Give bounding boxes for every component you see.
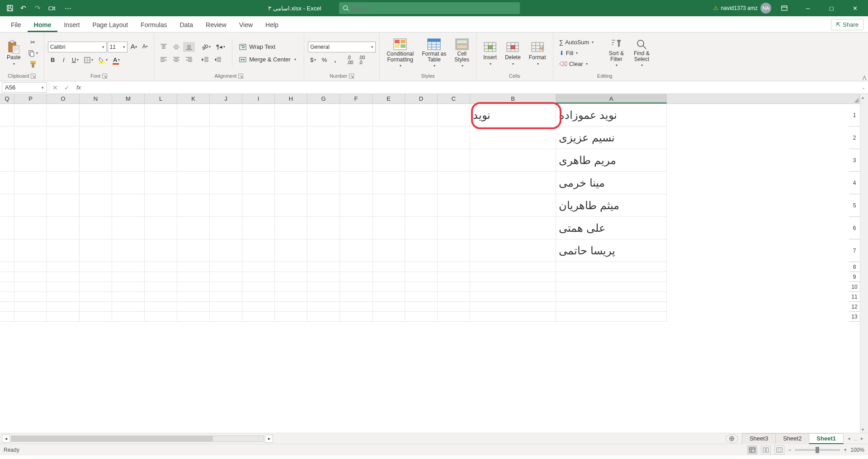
- underline-button[interactable]: U▾: [70, 55, 81, 65]
- cell[interactable]: [275, 172, 307, 194]
- column-header-Q[interactable]: Q: [0, 94, 14, 103]
- cell[interactable]: [145, 262, 177, 272]
- cell[interactable]: [47, 217, 80, 239]
- cell[interactable]: [470, 292, 556, 302]
- cell[interactable]: [47, 302, 80, 312]
- fill-color-button[interactable]: ▾: [96, 55, 110, 65]
- cell[interactable]: [470, 149, 556, 172]
- cell[interactable]: [0, 194, 14, 217]
- cell[interactable]: [0, 104, 14, 126]
- account-badge[interactable]: ⚠ navid1373 amz NA: [713, 3, 771, 14]
- delete-cells-button[interactable]: Delete▾: [502, 37, 524, 70]
- minimize-button[interactable]: ─: [797, 1, 818, 15]
- cell[interactable]: [14, 104, 47, 126]
- tab-home[interactable]: Home: [28, 19, 58, 32]
- cell[interactable]: [210, 272, 242, 282]
- cell[interactable]: [307, 272, 340, 282]
- cell[interactable]: [405, 104, 438, 126]
- font-launcher-icon[interactable]: ↘: [102, 74, 107, 79]
- cell[interactable]: [210, 149, 242, 172]
- cell[interactable]: [0, 302, 14, 312]
- horizontal-scrollbar[interactable]: ◂ ▸: [0, 433, 726, 444]
- row-header[interactable]: 7: [849, 239, 860, 262]
- zoom-slider[interactable]: [795, 449, 840, 451]
- cell[interactable]: [80, 272, 112, 282]
- cell[interactable]: [112, 292, 145, 302]
- find-select-button[interactable]: Find & Select▾: [631, 37, 653, 70]
- row-header[interactable]: 10: [849, 282, 860, 292]
- cell[interactable]: [373, 272, 405, 282]
- cell[interactable]: [405, 217, 438, 239]
- increase-decimal-button[interactable]: .0.00: [344, 55, 355, 65]
- increase-font-button[interactable]: A▴: [128, 42, 139, 52]
- cell[interactable]: [307, 104, 340, 126]
- cell[interactable]: [80, 282, 112, 292]
- cell[interactable]: [210, 239, 242, 262]
- cell[interactable]: [470, 302, 556, 312]
- cell[interactable]: [14, 149, 47, 172]
- number-format-combo[interactable]: General▾: [308, 42, 376, 52]
- cell[interactable]: [275, 149, 307, 172]
- close-button[interactable]: ✕: [844, 1, 865, 15]
- column-header-A[interactable]: A: [556, 94, 667, 103]
- cell[interactable]: [438, 302, 470, 312]
- cell[interactable]: [112, 126, 145, 149]
- cell[interactable]: [470, 126, 556, 149]
- cell[interactable]: [0, 262, 14, 272]
- cell[interactable]: [242, 282, 275, 292]
- cell[interactable]: [0, 217, 14, 239]
- tab-view[interactable]: View: [233, 19, 259, 32]
- decrease-font-button[interactable]: A▾: [140, 42, 150, 52]
- cell[interactable]: [405, 239, 438, 262]
- cell[interactable]: [340, 292, 373, 302]
- cell[interactable]: [14, 194, 47, 217]
- cell[interactable]: [177, 239, 210, 262]
- row-header[interactable]: 1: [849, 104, 860, 126]
- cell[interactable]: [340, 217, 373, 239]
- cell[interactable]: [242, 172, 275, 194]
- cell[interactable]: [242, 149, 275, 172]
- decrease-decimal-button[interactable]: .00.0: [356, 55, 367, 65]
- cell[interactable]: [405, 312, 438, 322]
- increase-indent-button[interactable]: [212, 55, 224, 65]
- column-header-C[interactable]: C: [438, 94, 470, 103]
- cell[interactable]: [470, 282, 556, 292]
- orientation-button[interactable]: ab▾: [199, 42, 213, 52]
- row-header[interactable]: 11: [849, 292, 860, 302]
- cell[interactable]: [438, 272, 470, 282]
- column-header-M[interactable]: M: [112, 94, 145, 103]
- cell[interactable]: [242, 312, 275, 322]
- align-middle-button[interactable]: [170, 42, 182, 52]
- undo-icon[interactable]: ↶▾: [18, 2, 31, 14]
- cell[interactable]: [373, 292, 405, 302]
- cell[interactable]: [405, 126, 438, 149]
- cell[interactable]: [210, 262, 242, 272]
- cell[interactable]: [177, 172, 210, 194]
- page-break-view-button[interactable]: [774, 445, 784, 454]
- cell[interactable]: [0, 149, 14, 172]
- cell[interactable]: [373, 302, 405, 312]
- cell[interactable]: [275, 239, 307, 262]
- cell[interactable]: [0, 292, 14, 302]
- cell[interactable]: [242, 104, 275, 126]
- cell[interactable]: [145, 149, 177, 172]
- italic-button[interactable]: I: [59, 55, 69, 65]
- cell[interactable]: [340, 194, 373, 217]
- cell[interactable]: [80, 239, 112, 262]
- page-layout-view-button[interactable]: [761, 445, 771, 454]
- column-header-H[interactable]: H: [275, 94, 307, 103]
- cell[interactable]: [275, 126, 307, 149]
- cell[interactable]: [177, 282, 210, 292]
- cell[interactable]: [14, 262, 47, 272]
- cell[interactable]: [177, 104, 210, 126]
- clipboard-launcher-icon[interactable]: ↘: [31, 74, 36, 79]
- row-header[interactable]: 13: [849, 312, 860, 322]
- cell[interactable]: [438, 126, 470, 149]
- rtl-button[interactable]: ¶◂▾: [214, 42, 227, 52]
- cell[interactable]: [307, 302, 340, 312]
- cell[interactable]: [210, 302, 242, 312]
- zoom-out-button[interactable]: −: [788, 447, 791, 453]
- cell[interactable]: [210, 172, 242, 194]
- sheet-nav-next-icon[interactable]: ▸: [860, 435, 864, 442]
- cell[interactable]: [145, 312, 177, 322]
